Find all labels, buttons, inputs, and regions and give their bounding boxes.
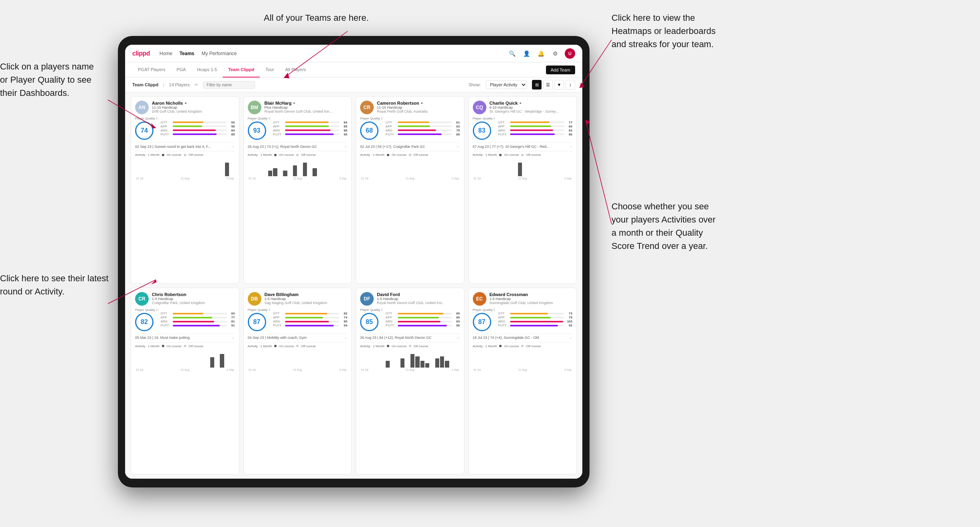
- add-team-button[interactable]: Add Team: [546, 66, 575, 74]
- sort-button[interactable]: ↕: [566, 80, 575, 89]
- list-view-button[interactable]: ☰: [543, 80, 553, 89]
- user-avatar[interactable]: U: [565, 48, 575, 59]
- next-arrow-icon: →: [343, 144, 347, 149]
- filter-button[interactable]: ▼: [554, 80, 564, 89]
- bell-icon[interactable]: 🔔: [536, 49, 546, 58]
- settings-icon[interactable]: ⚙: [550, 49, 560, 58]
- player-name[interactable]: Chris Robertson: [152, 292, 186, 297]
- off-course-label: Off course: [526, 153, 541, 157]
- tab-tour[interactable]: Tour: [260, 62, 279, 78]
- activity-section: Activity · 1 Month On course Off course …: [135, 342, 235, 371]
- nav-bar: clippd Home Teams My Performance 🔍 👤 🔔 ⚙…: [125, 45, 582, 62]
- player-card[interactable]: AN Aaron Nicholls ● 11-15 Handicap Drift…: [131, 96, 239, 284]
- player-card[interactable]: BM Blair McHarg ● Plus Handicap Royal No…: [243, 96, 352, 284]
- player-handicap: 1-5 Handicap: [152, 297, 235, 301]
- activity-header: Activity · 1 Month On course Off course: [135, 153, 235, 157]
- chart-bars: [135, 352, 235, 368]
- off-course-dot: [296, 154, 299, 156]
- player-club: Craigmillar Park, United Kingdom: [152, 301, 235, 305]
- player-name[interactable]: Blair McHarg: [265, 101, 292, 105]
- quality-label: Player Quality ℹ: [248, 117, 270, 120]
- ott-stat: OTT 61: [386, 121, 460, 124]
- annotation-top-center: All of your Teams are here.: [264, 11, 369, 24]
- activity-chart: 31 Jul 21 Aug 4 Sep: [135, 158, 235, 180]
- search-input[interactable]: [203, 81, 255, 89]
- chart-bars: [135, 160, 235, 176]
- player-name[interactable]: Charlie Quick: [490, 101, 518, 105]
- putt-stat: PUTT 85: [161, 133, 235, 136]
- quality-stats: OTT 82 APP 74 ARG 85 PUTT 94: [273, 312, 347, 327]
- annotation-left-top: Click on a players nameor Player Quality…: [0, 60, 94, 99]
- player-avatar: DF: [360, 292, 374, 306]
- tab-hcaps[interactable]: Hcaps 1-5: [191, 62, 223, 78]
- app-stat: APP 77: [161, 316, 235, 319]
- tab-all-players[interactable]: All Players: [280, 62, 312, 78]
- quality-score[interactable]: 87: [473, 313, 491, 331]
- on-course-dot: [162, 345, 164, 347]
- player-card[interactable]: CR Chris Robertson 1-5 Handicap Craigmil…: [131, 288, 239, 475]
- nav-home[interactable]: Home: [159, 49, 172, 58]
- chart-label-start: 31 Jul: [249, 368, 256, 371]
- ott-stat: OTT 73: [498, 312, 572, 315]
- edit-icon[interactable]: ✏: [195, 82, 198, 88]
- player-card[interactable]: EC Edward Crossman 1-5 Handicap Sunningd…: [468, 288, 577, 475]
- show-select[interactable]: Player Activity: [486, 80, 527, 89]
- grid-view-button[interactable]: ⊞: [532, 80, 542, 89]
- last-round-text: 02 Jul 23 | 59 (+17), Craigmillar Park G…: [360, 145, 425, 149]
- chart-labels: 31 Jul 21 Aug 4 Sep: [360, 368, 460, 371]
- nav-my-performance[interactable]: My Performance: [201, 49, 237, 58]
- quality-score[interactable]: 83: [473, 121, 491, 140]
- quality-score[interactable]: 87: [248, 313, 266, 331]
- chart-label-mid: 21 Aug: [181, 177, 189, 180]
- annotation-right-top: Click here to view theHeatmaps or leader…: [612, 11, 715, 51]
- putt-stat: PUTT 85: [386, 133, 460, 136]
- player-card[interactable]: DF David Ford 1-5 Handicap Royal North D…: [356, 288, 464, 475]
- last-round[interactable]: 26 Aug 23 | 73 (+1), Royal North Devon G…: [248, 142, 348, 149]
- last-round[interactable]: 02 Jul 23 | 59 (+17), Craigmillar Park G…: [360, 142, 460, 149]
- quality-score[interactable]: 68: [360, 121, 378, 140]
- activity-header: Activity · 1 Month On course Off course: [360, 153, 460, 157]
- quality-score[interactable]: 74: [135, 121, 153, 140]
- player-card-header: EC Edward Crossman 1-5 Handicap Sunningd…: [473, 292, 573, 306]
- player-handicap: Plus Handicap: [265, 105, 348, 109]
- tab-pga[interactable]: PGA: [171, 62, 191, 78]
- player-card[interactable]: DB Dave Billingham 1-5 Handicap Sag Magi…: [243, 288, 352, 475]
- player-name[interactable]: Edward Crossman: [490, 292, 528, 297]
- player-name[interactable]: Cameron Robertson: [377, 101, 419, 105]
- on-course-label: On course: [504, 344, 519, 348]
- quality-score[interactable]: 85: [360, 313, 378, 331]
- player-avatar: BM: [248, 101, 261, 114]
- player-name[interactable]: Dave Billingham: [265, 292, 299, 297]
- ipad-frame: clippd Home Teams My Performance 🔍 👤 🔔 ⚙…: [118, 36, 590, 487]
- quality-score[interactable]: 93: [248, 121, 266, 140]
- search-icon[interactable]: 🔍: [507, 49, 517, 58]
- activity-header: Activity · 1 Month On course Off course: [248, 344, 348, 348]
- quality-label: Player Quality ℹ: [135, 308, 157, 312]
- player-card[interactable]: CR Cameron Robertson ● 11-15 Handicap Ro…: [356, 96, 464, 284]
- on-course-dot: [274, 345, 277, 347]
- app-stat: APP 79: [498, 316, 572, 319]
- last-round[interactable]: 26 Aug 23 | 84 (+12), Royal North Devon …: [360, 334, 460, 340]
- putt-stat: PUTT 92: [498, 324, 572, 327]
- quality-score[interactable]: 82: [135, 313, 153, 331]
- player-info: Cameron Robertson ● 11-15 Handicap Royal…: [377, 101, 460, 113]
- last-round[interactable]: 07 Aug 23 | 77 (+7), St George's Hill GC…: [473, 142, 573, 149]
- player-name[interactable]: Aaron Nicholls: [152, 101, 183, 105]
- last-round[interactable]: 02 Sep 23 | Sunset round to get back int…: [135, 142, 235, 149]
- profile-icon[interactable]: 👤: [522, 49, 531, 58]
- player-card[interactable]: CQ Charlie Quick ● 6-10 Handicap St. Geo…: [468, 96, 577, 284]
- activity-chart: 31 Jul 21 Aug 4 Sep: [248, 349, 348, 371]
- last-round[interactable]: 05 Mar 23 | 19, Must make putting →: [135, 334, 235, 340]
- activity-chart: 31 Jul 21 Aug 4 Sep: [360, 349, 460, 371]
- app-logo[interactable]: clippd: [132, 50, 150, 57]
- info-icon: ℹ: [156, 117, 157, 120]
- chart-label-end: 4 Sep: [339, 177, 347, 180]
- nav-teams[interactable]: Teams: [179, 49, 194, 58]
- activity-header: Activity · 1 Month On course Off course: [360, 344, 460, 348]
- player-name[interactable]: David Ford: [377, 292, 400, 297]
- last-round[interactable]: 04 Sep 23 | Mobility with coach, Gym →: [248, 334, 348, 340]
- player-card-header: CQ Charlie Quick ● 6-10 Handicap St. Geo…: [473, 101, 573, 114]
- tab-team-clippd[interactable]: Team Clippd: [223, 62, 260, 78]
- tab-pgat-players[interactable]: PGAT Players: [132, 62, 171, 78]
- last-round[interactable]: 18 Jul 23 | 74 (+4), Sunningdale GC - Ol…: [473, 334, 573, 340]
